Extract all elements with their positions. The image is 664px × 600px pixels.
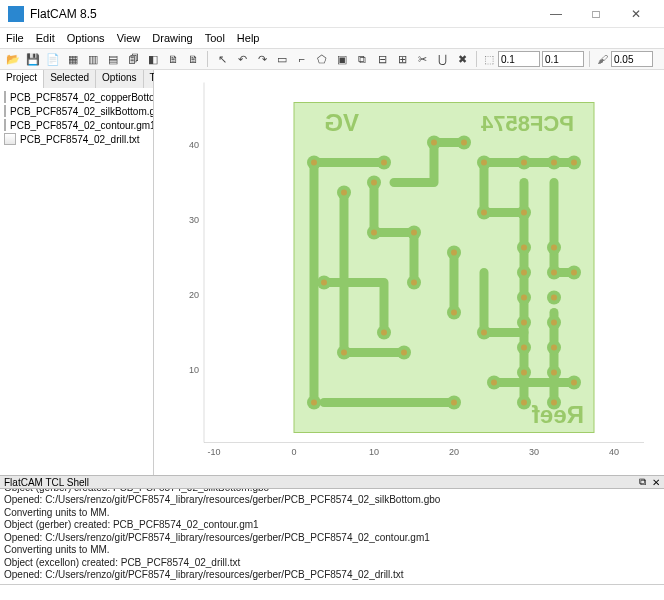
undo-icon[interactable]: ↶	[233, 50, 251, 68]
svg-point-77	[551, 370, 557, 376]
shell-title: FlatCAM TCL Shell	[4, 477, 639, 488]
svg-point-58	[481, 160, 487, 166]
file-icon	[4, 91, 6, 103]
project-list: PCB_PCF8574_02_copperBottom.gbl PCB_PCF8…	[0, 88, 153, 475]
snap-spinbox[interactable]: 🖌	[595, 51, 653, 67]
canvas-area[interactable]: 10 20 30 40 -10 0 10 20 30 40 VG PCF8574…	[154, 70, 664, 475]
open-icon[interactable]: 📂	[4, 50, 22, 68]
grid2-icon[interactable]: ▤	[104, 50, 122, 68]
save-icon[interactable]: 💾	[24, 50, 42, 68]
app-icon	[8, 6, 24, 22]
group-icon[interactable]: ⧉	[353, 50, 371, 68]
menu-edit[interactable]: Edit	[36, 32, 55, 44]
grid-y-spinbox[interactable]	[542, 51, 584, 67]
redo-icon[interactable]: ↷	[253, 50, 271, 68]
ytick: 10	[189, 365, 199, 375]
svg-point-45	[341, 190, 347, 196]
svg-point-57	[461, 140, 467, 146]
snap-input[interactable]	[611, 51, 653, 67]
svg-point-60	[551, 160, 557, 166]
svg-point-50	[381, 330, 387, 336]
eraser-icon[interactable]: ◧	[144, 50, 162, 68]
sidebar-tabs: Project Selected Options Tool	[0, 70, 153, 88]
svg-point-67	[551, 270, 557, 276]
minimize-button[interactable]: —	[536, 7, 576, 21]
svg-point-69	[521, 295, 527, 301]
grid-y-input[interactable]	[542, 51, 584, 67]
tab-project[interactable]: Project	[0, 70, 44, 88]
page1-icon[interactable]: 🗎	[164, 50, 182, 68]
svg-point-70	[551, 295, 557, 301]
layers-icon[interactable]: 🗐	[124, 50, 142, 68]
cut-icon[interactable]: ✂	[413, 50, 431, 68]
shell-line: Opened: C:/Users/renzo/git/PCF8574_libra…	[4, 494, 660, 507]
svg-point-48	[371, 230, 377, 236]
break-icon[interactable]: ⊟	[373, 50, 391, 68]
rect-icon[interactable]: ▭	[273, 50, 291, 68]
grid-x-input[interactable]	[498, 51, 540, 67]
sheet-icon[interactable]: ▦	[64, 50, 82, 68]
shell-close-icon[interactable]: ✕	[652, 477, 660, 488]
svg-point-82	[451, 250, 457, 256]
conn-icon[interactable]: ⌐	[293, 50, 311, 68]
svg-point-72	[551, 320, 557, 326]
menu-view[interactable]: View	[117, 32, 141, 44]
svg-point-66	[521, 270, 527, 276]
menu-tool[interactable]: Tool	[205, 32, 225, 44]
tab-options[interactable]: Options	[96, 70, 143, 88]
shell-undock-icon[interactable]: ⧉	[639, 476, 646, 488]
ytick: 40	[189, 140, 199, 150]
union-icon[interactable]: ⋃	[433, 50, 451, 68]
pcb-canvas: 10 20 30 40 -10 0 10 20 30 40 VG PCF8574…	[154, 70, 664, 475]
grid-x-spinbox[interactable]: ⬚	[482, 51, 540, 67]
project-item[interactable]: PCB_PCF8574_02_copperBottom.gbl	[2, 90, 151, 104]
project-item-label: PCB_PCF8574_02_silkBottom.gbo	[10, 106, 153, 117]
doc-icon[interactable]: 📄	[44, 50, 62, 68]
menu-help[interactable]: Help	[237, 32, 260, 44]
svg-point-44	[311, 400, 317, 406]
shell-line: Object (gerber) created: PCB_PCF8574_02_…	[4, 519, 660, 532]
svg-point-79	[521, 400, 527, 406]
maximize-button[interactable]: □	[576, 7, 616, 21]
xtick: 30	[529, 447, 539, 457]
join-icon[interactable]: ⊞	[393, 50, 411, 68]
project-item[interactable]: PCB_PCF8574_02_contour.gm1	[2, 118, 151, 132]
svg-point-43	[311, 160, 317, 166]
grid-icon[interactable]: ▥	[84, 50, 102, 68]
svg-point-51	[401, 350, 407, 356]
svg-point-63	[521, 210, 527, 216]
tab-selected[interactable]: Selected	[44, 70, 96, 88]
svg-point-76	[521, 370, 527, 376]
project-item[interactable]: PCB_PCF8574_02_silkBottom.gbo	[2, 104, 151, 118]
menu-drawing[interactable]: Drawing	[152, 32, 192, 44]
file-icon	[4, 133, 16, 145]
svg-point-80	[551, 400, 557, 406]
silk-text-vg: VG	[324, 109, 359, 136]
svg-point-59	[521, 160, 527, 166]
shell-input[interactable]	[0, 585, 664, 600]
toolbar-separator	[476, 51, 477, 67]
project-item-label: PCB_PCF8574_02_contour.gm1	[10, 120, 153, 131]
svg-point-81	[571, 380, 577, 386]
delete-icon[interactable]: ✖	[453, 50, 471, 68]
sidebar: Project Selected Options Tool PCB_PCF857…	[0, 70, 154, 475]
menubar: File Edit Options View Drawing Tool Help	[0, 28, 664, 48]
project-item[interactable]: PCB_PCF8574_02_drill.txt	[2, 132, 151, 146]
xtick: 10	[369, 447, 379, 457]
svg-point-52	[411, 230, 417, 236]
shell-output[interactable]: Converting units to MM.Object (gerber) c…	[0, 489, 664, 584]
select-icon[interactable]: ▣	[333, 50, 351, 68]
file-icon	[4, 105, 6, 117]
close-button[interactable]: ✕	[616, 7, 656, 21]
grid-icon-small: ⬚	[482, 52, 496, 66]
svg-point-53	[411, 280, 417, 286]
menu-options[interactable]: Options	[67, 32, 105, 44]
svg-point-64	[521, 245, 527, 251]
poly-icon[interactable]: ⬠	[313, 50, 331, 68]
svg-point-73	[481, 330, 487, 336]
menu-file[interactable]: File	[6, 32, 24, 44]
ytick: 30	[189, 215, 199, 225]
arrow-icon[interactable]: ↖	[213, 50, 231, 68]
page2-icon[interactable]: 🗎	[184, 50, 202, 68]
titlebar: FlatCAM 8.5 — □ ✕	[0, 0, 664, 28]
